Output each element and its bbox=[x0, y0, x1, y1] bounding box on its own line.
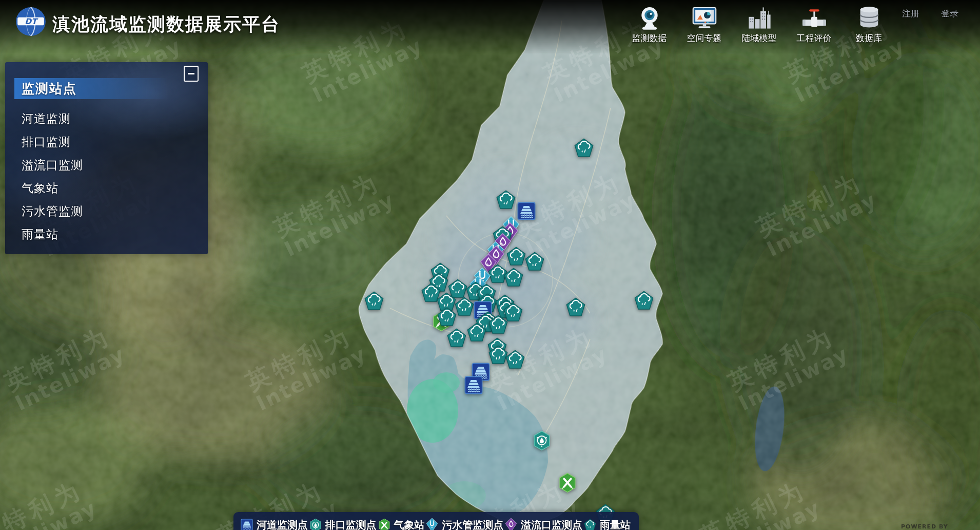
logo-text: DT bbox=[25, 17, 38, 26]
map-viewport[interactable]: 英特利为Inteliway英特利为Inteliway英特利为Inteliway英… bbox=[0, 0, 980, 530]
legend-label: 污水管监测点 bbox=[442, 518, 503, 530]
map-legend: 河道监测点 排口监测点 气象站 污水管监测点 溢流口监测点 雨量站 bbox=[233, 512, 639, 530]
login-link[interactable]: 登录 bbox=[941, 8, 958, 20]
nav-label: 陆域模型 bbox=[742, 32, 777, 44]
nav-item-3[interactable]: 陆域模型 bbox=[732, 2, 787, 44]
nav-label: 监测数据 bbox=[632, 32, 667, 44]
nav-item-1[interactable]: 监测数据 bbox=[622, 2, 677, 44]
monitoring-stations-panel: 监测站点 河道监测排口监测溢流口监测气象站污水管监测雨量站 bbox=[5, 62, 208, 254]
database-icon bbox=[855, 2, 884, 31]
legend-item-rain: 雨量站 bbox=[584, 518, 631, 530]
marker-rain[interactable] bbox=[467, 323, 486, 342]
marker-rain[interactable] bbox=[364, 291, 384, 311]
city-model-icon bbox=[745, 2, 774, 31]
valve-icon bbox=[800, 2, 829, 31]
legend-item-outlet: 排口监测点 bbox=[309, 518, 377, 530]
marker-rain[interactable] bbox=[634, 291, 654, 310]
page-title: 滇池流域监测数据展示平台 bbox=[52, 12, 280, 36]
nav-label: 数据库 bbox=[856, 32, 882, 44]
legend-item-weather: 气象站 bbox=[378, 518, 425, 530]
marker-river[interactable] bbox=[464, 376, 483, 394]
minimize-icon bbox=[188, 73, 194, 74]
platform-logo[interactable]: DT bbox=[15, 6, 47, 37]
rain-legend-icon bbox=[584, 519, 596, 530]
monitor-chart-icon bbox=[690, 2, 719, 31]
legend-item-sewage: 污水管监测点 bbox=[426, 518, 503, 530]
nav-item-4[interactable]: 工程评价 bbox=[787, 2, 841, 44]
marker-outlet[interactable] bbox=[533, 430, 551, 451]
marker-rain[interactable] bbox=[488, 315, 508, 334]
legend-label: 河道监测点 bbox=[257, 518, 308, 530]
marker-rain[interactable] bbox=[455, 297, 474, 316]
map-attribution: POWERED BY bbox=[901, 523, 948, 530]
marker-river[interactable] bbox=[517, 202, 536, 220]
marker-weather[interactable] bbox=[558, 472, 577, 493]
legend-item-river: 河道监测点 bbox=[241, 518, 308, 530]
marker-rain[interactable] bbox=[505, 350, 525, 369]
marker-rain[interactable] bbox=[566, 297, 585, 317]
main-nav: 监测数据 空间专题 陆域模型 工程评价 数据库 bbox=[622, 2, 896, 44]
sewage-legend-icon bbox=[426, 518, 438, 530]
marker-rain[interactable] bbox=[447, 328, 466, 348]
panel-title[interactable]: 监测站点 bbox=[22, 80, 77, 97]
marker-rain[interactable] bbox=[504, 268, 523, 287]
legend-label: 溢流口监测点 bbox=[521, 518, 582, 530]
nav-item-2[interactable]: 空间专题 bbox=[677, 2, 732, 44]
legend-item-overflow: 溢流口监测点 bbox=[505, 518, 582, 530]
webcam-icon bbox=[635, 2, 664, 31]
marker-rain[interactable] bbox=[496, 190, 516, 210]
register-link[interactable]: 注册 bbox=[902, 8, 919, 20]
panel-item-1[interactable]: 河道监测 bbox=[5, 107, 208, 130]
panel-item-4[interactable]: 气象站 bbox=[5, 177, 208, 200]
marker-rain[interactable] bbox=[506, 247, 526, 266]
legend-label: 排口监测点 bbox=[325, 518, 377, 530]
legend-label: 雨量站 bbox=[600, 518, 631, 530]
nav-label: 工程评价 bbox=[797, 32, 832, 44]
panel-item-5[interactable]: 污水管监测 bbox=[5, 200, 208, 223]
nav-item-5[interactable]: 数据库 bbox=[841, 2, 896, 44]
marker-rain[interactable] bbox=[437, 307, 457, 327]
nav-label: 空间专题 bbox=[687, 32, 722, 44]
panel-item-6[interactable]: 雨量站 bbox=[5, 223, 208, 246]
panel-collapse-button[interactable] bbox=[184, 66, 199, 82]
marker-rain[interactable] bbox=[525, 252, 544, 271]
panel-item-3[interactable]: 溢流口监测 bbox=[5, 154, 208, 177]
river-legend-icon bbox=[241, 519, 253, 530]
panel-item-2[interactable]: 排口监测 bbox=[5, 130, 208, 154]
overflow-legend-icon bbox=[505, 518, 517, 530]
auth-links: 注册登录 bbox=[902, 8, 958, 20]
outlet-legend-icon bbox=[309, 518, 322, 530]
legend-label: 气象站 bbox=[394, 518, 425, 530]
weather-legend-icon bbox=[378, 518, 390, 530]
marker-rain[interactable] bbox=[574, 138, 594, 158]
app-header: DT 滇池流域监测数据展示平台 监测数据 空间专题 陆域模型 bbox=[0, 0, 980, 54]
